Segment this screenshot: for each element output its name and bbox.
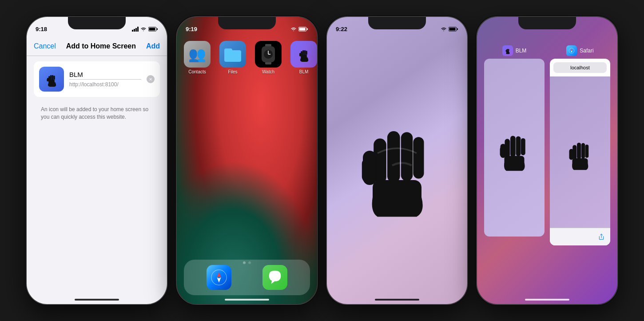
fist-safari-content	[564, 132, 596, 172]
svg-rect-54	[521, 138, 525, 155]
svg-rect-27	[302, 50, 304, 55]
svg-rect-53	[516, 136, 521, 156]
add-home-header: Cancel Add to Home Screen Add	[27, 36, 167, 56]
notch-4	[518, 17, 576, 29]
svg-rect-39	[387, 131, 400, 183]
switcher-card-safari[interactable]: Safari localhost	[550, 45, 610, 245]
app-name-url-container: http://localhost:8100/	[69, 71, 141, 88]
status-icons-1	[132, 27, 158, 32]
home-indicator-4	[525, 299, 569, 301]
blm-icon	[290, 41, 317, 68]
phone2-screen: 9:19 Contacts	[177, 17, 317, 304]
svg-marker-59	[571, 51, 572, 52]
clear-button[interactable]: ✕	[147, 75, 155, 83]
blm-label: BLM	[299, 69, 309, 74]
app-item-watch[interactable]: Watch	[255, 41, 282, 74]
app-url: http://localhost:8100/	[69, 81, 141, 88]
notch	[68, 17, 126, 29]
phone3-screen: 9:22	[327, 17, 467, 304]
safari-url-bar: localhost	[553, 62, 607, 73]
contacts-icon	[184, 41, 211, 68]
files-label: Files	[228, 69, 237, 74]
svg-rect-2	[135, 28, 137, 32]
svg-rect-5	[157, 28, 158, 30]
share-icon[interactable]	[598, 233, 605, 241]
app-info-card: http://localhost:8100/ ✕	[34, 61, 160, 97]
svg-rect-63	[581, 143, 585, 159]
status-icons-2	[290, 27, 308, 32]
signal-icon	[132, 27, 139, 32]
safari-switcher-label: Safari	[580, 48, 593, 54]
svg-rect-6	[149, 28, 155, 30]
safari-card-preview: localhost	[550, 59, 610, 245]
svg-rect-11	[53, 76, 55, 80]
svg-rect-64	[585, 144, 589, 158]
svg-rect-10	[52, 75, 54, 80]
wifi-icon-1	[140, 27, 147, 32]
dock-messages[interactable]	[262, 265, 287, 290]
fist-large-svg	[348, 98, 446, 223]
add-home-description: An icon will be added to your home scree…	[41, 106, 153, 121]
home-indicator-3	[375, 299, 419, 301]
svg-rect-30	[299, 53, 301, 56]
watch-label: Watch	[262, 69, 274, 74]
status-time-2: 9:19	[186, 26, 197, 32]
wifi-icon-2	[290, 27, 297, 32]
notch-2	[218, 17, 276, 29]
blm-switcher-label: BLM	[516, 48, 527, 54]
svg-rect-28	[304, 50, 306, 55]
svg-rect-56	[500, 147, 506, 157]
watch-icon	[255, 41, 282, 68]
phone4-screen: BLM	[477, 17, 617, 304]
svg-rect-36	[449, 28, 456, 30]
svg-rect-46	[507, 49, 508, 51]
phone-4: BLM	[476, 16, 618, 305]
dock-safari[interactable]	[207, 265, 231, 290]
svg-marker-33	[217, 277, 221, 282]
svg-rect-41	[413, 137, 424, 179]
safari-compass-svg	[211, 269, 227, 286]
svg-rect-18	[224, 48, 232, 53]
app-icon-preview	[39, 67, 64, 92]
app-item-blm[interactable]: BLM	[290, 41, 317, 74]
contacts-label: Contacts	[188, 69, 206, 74]
svg-rect-65	[569, 149, 574, 160]
battery-icon-3	[449, 27, 458, 32]
svg-rect-29	[306, 51, 307, 55]
files-icon	[219, 41, 246, 68]
switcher-container: BLM	[477, 36, 617, 304]
svg-rect-13	[47, 79, 48, 81]
switcher-card-blm[interactable]: BLM	[484, 45, 545, 237]
battery-icon-1	[148, 27, 158, 32]
svg-rect-40	[401, 132, 413, 181]
battery-icon-2	[298, 27, 308, 32]
status-time-3: 9:22	[336, 26, 347, 32]
svg-rect-43	[362, 158, 377, 183]
add-button[interactable]: Add	[146, 42, 160, 50]
app-grid: Contacts Files	[184, 41, 310, 74]
phone-2: 9:19 Contacts	[176, 16, 318, 305]
svg-rect-0	[132, 30, 133, 32]
home-indicator-1	[75, 299, 119, 301]
status-icons-3	[441, 27, 458, 32]
svg-rect-3	[137, 27, 139, 32]
app-name-input[interactable]	[69, 71, 141, 80]
cancel-button[interactable]: Cancel	[34, 42, 56, 50]
app-item-contacts[interactable]: Contacts	[184, 41, 211, 74]
home-indicator-2	[225, 299, 269, 301]
svg-rect-62	[577, 143, 581, 159]
safari-card-label: Safari	[566, 45, 593, 56]
phone-1: 9:18	[26, 16, 168, 305]
blm-card-preview	[484, 59, 545, 237]
phone1-screen: 9:18	[27, 17, 167, 304]
safari-content	[550, 76, 610, 228]
svg-marker-32	[217, 273, 221, 277]
messages-svg	[266, 269, 283, 286]
svg-rect-48	[509, 49, 509, 51]
watch-svg	[261, 44, 276, 64]
app-item-files[interactable]: Files	[219, 41, 246, 74]
add-home-title: Add to Home Screen	[66, 42, 136, 50]
blm-card-icon	[502, 45, 513, 56]
fist-svg-small	[297, 46, 311, 62]
safari-card-icon	[566, 45, 577, 56]
